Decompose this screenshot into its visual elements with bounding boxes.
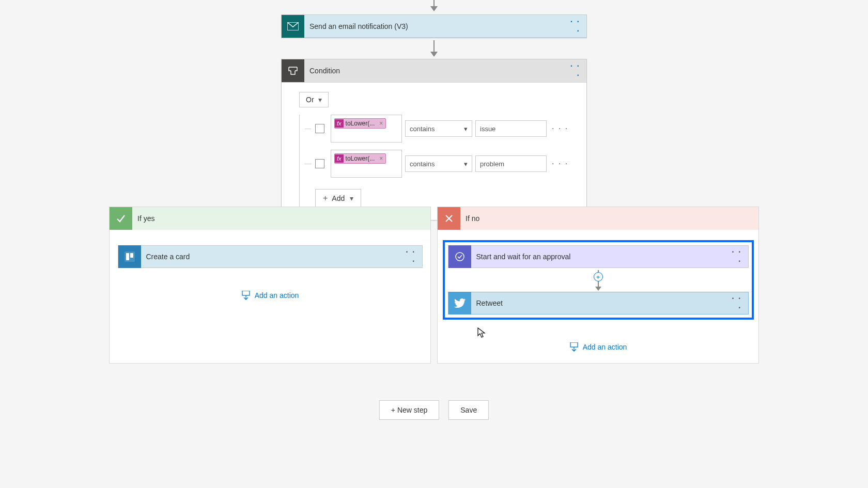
row-checkbox[interactable]: [315, 159, 324, 168]
add-action-button[interactable]: Add an action: [241, 291, 299, 300]
approval-icon: [448, 245, 471, 268]
if-yes-title: If yes: [132, 214, 430, 223]
plus-icon: +: [323, 194, 328, 203]
insert-step-button[interactable]: +: [594, 272, 603, 281]
expression-field[interactable]: fx toLower(... ×: [331, 115, 402, 143]
email-step-card[interactable]: Send an email notification (V3) · · ·: [281, 14, 587, 38]
condition-title: Condition: [304, 67, 566, 75]
retweet-action-title: Retweet: [471, 299, 727, 307]
trello-action-card[interactable]: Create a card · · ·: [118, 245, 423, 268]
svg-rect-4: [242, 291, 250, 295]
cursor-icon: [477, 327, 486, 339]
svg-rect-6: [570, 342, 578, 347]
condition-row: fx toLower(... × contains ▾ · · ·: [305, 150, 569, 178]
expression-pill: fx toLower(... ×: [334, 118, 386, 129]
remove-pill[interactable]: ×: [377, 120, 385, 127]
value-input[interactable]: [475, 155, 547, 172]
group-operator-dropdown[interactable]: Or ▾: [299, 92, 329, 107]
expression-pill: fx toLower(... ×: [334, 153, 386, 164]
retweet-action-card[interactable]: Retweet · · ·: [448, 292, 749, 314]
flow-arrow: [430, 0, 438, 11]
operator-dropdown[interactable]: contains ▾: [405, 120, 472, 137]
chevron-down-icon: ▾: [464, 160, 468, 168]
condition-row: fx toLower(... × contains ▾ · · ·: [305, 115, 569, 143]
row-menu[interactable]: · · ·: [550, 159, 568, 168]
trello-icon: [118, 245, 141, 268]
fx-icon: fx: [335, 154, 344, 163]
if-no-title: If no: [460, 214, 758, 223]
save-button[interactable]: Save: [448, 400, 489, 420]
add-action-icon: [241, 291, 251, 300]
svg-point-5: [456, 253, 464, 261]
approval-action-title: Start and wait for an approval: [471, 253, 727, 261]
expression-field[interactable]: fx toLower(... ×: [331, 150, 402, 178]
approval-action-menu[interactable]: · · ·: [727, 247, 748, 266]
add-condition-button[interactable]: + Add ▾: [315, 189, 361, 208]
close-icon: [438, 207, 460, 230]
svg-rect-3: [130, 253, 133, 258]
check-icon: [110, 207, 132, 230]
email-step-title: Send an email notification (V3): [304, 22, 566, 30]
retweet-action-menu[interactable]: · · ·: [727, 294, 748, 312]
chevron-down-icon: ▾: [464, 125, 468, 133]
if-no-header[interactable]: If no: [438, 207, 758, 230]
chevron-down-icon: ▾: [318, 96, 322, 104]
condition-icon: [282, 59, 304, 82]
svg-rect-2: [126, 253, 129, 260]
row-menu[interactable]: · · ·: [550, 124, 568, 133]
remove-pill[interactable]: ×: [377, 155, 385, 162]
chevron-down-icon: ▾: [350, 194, 353, 202]
if-yes-header[interactable]: If yes: [110, 207, 430, 230]
condition-card: Condition · · · Or ▾ fx toLower(... ×: [281, 59, 587, 221]
fx-icon: fx: [335, 119, 344, 128]
trello-action-menu[interactable]: · · ·: [401, 247, 422, 266]
add-action-icon: [569, 342, 579, 352]
condition-menu[interactable]: · · ·: [566, 61, 586, 80]
operator-dropdown[interactable]: contains ▾: [405, 155, 472, 172]
trello-action-title: Create a card: [141, 253, 401, 261]
if-yes-branch: If yes Create a card · · · Add an action: [109, 207, 431, 364]
group-operator-label: Or: [306, 96, 314, 104]
twitter-icon: [448, 292, 471, 314]
insert-step-arrow: +: [594, 270, 603, 291]
flow-arrow: [430, 40, 438, 57]
add-action-button[interactable]: Add an action: [569, 342, 627, 352]
condition-header[interactable]: Condition · · ·: [282, 59, 586, 82]
row-checkbox[interactable]: [315, 124, 324, 133]
value-input[interactable]: [475, 120, 547, 137]
mail-icon: [282, 15, 304, 38]
approval-action-card[interactable]: Start and wait for an approval · · ·: [448, 245, 749, 268]
new-step-button[interactable]: + New step: [379, 400, 439, 420]
selection-highlight: Start and wait for an approval · · · + R: [443, 240, 754, 320]
email-step-menu[interactable]: · · ·: [566, 17, 586, 36]
if-no-branch: If no Start and wait for an approval · ·…: [437, 207, 759, 364]
